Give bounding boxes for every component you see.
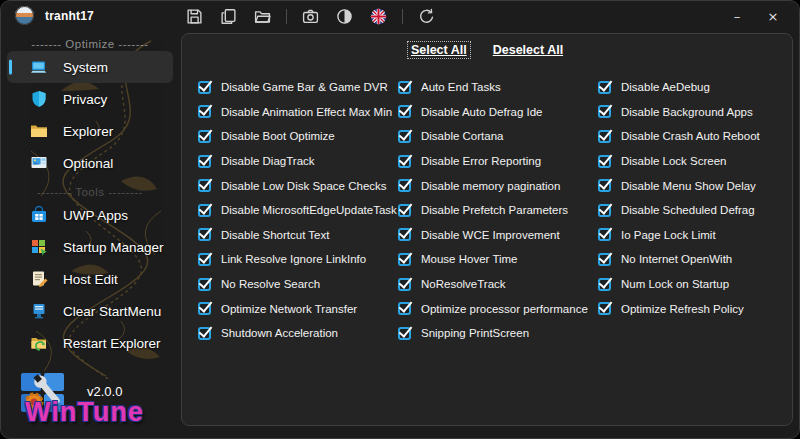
tweak-checkbox-item[interactable]: Disable Menu Show Delay: [598, 173, 798, 198]
tweak-checkbox-item[interactable]: Disable AeDebug: [598, 75, 798, 100]
checkbox-label: Disable Low Disk Space Checks: [221, 180, 387, 192]
checkbox-checked[interactable]: [198, 253, 211, 266]
deselect-all-link[interactable]: Deselect All: [490, 42, 566, 58]
checkbox-checked[interactable]: [398, 155, 411, 168]
checkbox-checked[interactable]: [198, 155, 211, 168]
tweak-checkbox-item[interactable]: Disable Animation Effect Max Min: [198, 100, 398, 125]
tweak-checkbox-item[interactable]: Snipping PrintScreen: [398, 321, 598, 346]
tweak-checkbox-item[interactable]: Disable Boot Optimize: [198, 124, 398, 149]
checkbox-checked[interactable]: [398, 130, 411, 143]
tweak-checkbox-item[interactable]: Mouse Hover Time: [398, 247, 598, 272]
sidebar-item-restart-explorer[interactable]: Restart Explorer: [7, 327, 173, 359]
checkbox-checked[interactable]: [598, 81, 611, 94]
checkbox-checked[interactable]: [398, 228, 411, 241]
checkbox-checked[interactable]: [598, 179, 611, 192]
checkbox-checked[interactable]: [598, 204, 611, 217]
checkbox-checked[interactable]: [598, 253, 611, 266]
checkbox-checked[interactable]: [598, 278, 611, 291]
sidebar-item-host-edit[interactable]: Host Edit: [7, 263, 173, 295]
checkbox-checked[interactable]: [398, 302, 411, 315]
theme-button[interactable]: [332, 4, 357, 28]
tweak-checkbox-item[interactable]: No Internet OpenWith: [598, 247, 798, 272]
checkbox-checked[interactable]: [398, 81, 411, 94]
select-all-link[interactable]: Select All: [408, 42, 470, 58]
tweak-checkbox-item[interactable]: Shutdown Acceleration: [198, 321, 398, 346]
tweak-checkbox-item[interactable]: NoResolveTrack: [398, 272, 598, 297]
checkbox-checked[interactable]: [598, 302, 611, 315]
tweak-checkbox-item[interactable]: No Resolve Search: [198, 272, 398, 297]
sidebar-item-startup-manager[interactable]: Startup Manager: [7, 231, 173, 263]
system-icon: [29, 57, 49, 77]
checkbox-label: Disable Scheduled Defrag: [621, 204, 755, 216]
tweak-checkbox-item[interactable]: Disable memory pagination: [398, 173, 598, 198]
sidebar-item-uwp-apps[interactable]: UWP Apps: [7, 199, 173, 231]
tweak-checkbox-item[interactable]: Disable Crash Auto Reboot: [598, 124, 798, 149]
sidebar-item-label: Privacy: [63, 92, 107, 107]
tweak-checkbox-item[interactable]: Io Page Lock Limit: [598, 223, 798, 248]
checkbox-label: Disable AeDebug: [621, 81, 710, 93]
checkbox-checked[interactable]: [198, 81, 211, 94]
checkbox-checked[interactable]: [398, 253, 411, 266]
minimize-button[interactable]: –: [723, 4, 751, 28]
tweak-checkbox-item[interactable]: Auto End Tasks: [398, 75, 598, 100]
checkbox-checked[interactable]: [598, 105, 611, 118]
checkbox-label: Snipping PrintScreen: [421, 327, 529, 339]
checkbox-checked[interactable]: [198, 302, 211, 315]
checkbox-checked[interactable]: [198, 327, 211, 340]
language-flag-button[interactable]: [366, 4, 391, 28]
tweak-checkbox-item[interactable]: Optimize Refresh Policy: [598, 296, 798, 321]
tweak-checkbox-item[interactable]: Disable Cortana: [398, 124, 598, 149]
tweak-checkbox-item[interactable]: Disable Auto Defrag Ide: [398, 100, 598, 125]
sidebar-nav: ------- Optimize -------SystemPrivacyExp…: [1, 37, 179, 359]
save-button[interactable]: [182, 4, 207, 28]
sidebar-section-separator: -------- Tools --------: [1, 185, 179, 199]
sidebar-item-privacy[interactable]: Privacy: [7, 83, 173, 115]
tweak-checkbox-item[interactable]: Disable Prefetch Parameters: [398, 198, 598, 223]
checkbox-checked[interactable]: [598, 228, 611, 241]
toolbar: [182, 3, 439, 29]
checkbox-checked[interactable]: [398, 105, 411, 118]
checkbox-checked[interactable]: [198, 204, 211, 217]
checkbox-checked[interactable]: [598, 155, 611, 168]
open-folder-button[interactable]: [250, 4, 275, 28]
tweak-checkbox-item[interactable]: Num Lock on Startup: [598, 272, 798, 297]
checkbox-checked[interactable]: [198, 105, 211, 118]
tweak-checkbox-item[interactable]: Disable Lock Screen: [598, 149, 798, 174]
user-account[interactable]: tranht17: [15, 6, 94, 25]
checkbox-checked[interactable]: [598, 130, 611, 143]
tweak-checkbox-item[interactable]: Optimize processor performance: [398, 296, 598, 321]
tweak-checkbox-item[interactable]: Disable Scheduled Defrag: [598, 198, 798, 223]
sidebar-item-explorer[interactable]: Explorer: [7, 115, 173, 147]
checkbox-label: Disable Crash Auto Reboot: [621, 130, 760, 142]
tweak-checkbox-item[interactable]: Disable Low Disk Space Checks: [198, 173, 398, 198]
sidebar-item-optional[interactable]: Optional: [7, 147, 173, 179]
sidebar-item-clear-startmenu[interactable]: Clear StartMenu: [7, 295, 173, 327]
tweak-checkbox-item[interactable]: Disable DiagTrack: [198, 149, 398, 174]
checkbox-checked[interactable]: [198, 228, 211, 241]
checkbox-checked[interactable]: [398, 278, 411, 291]
screenshot-button[interactable]: [298, 4, 323, 28]
checkbox-label: Disable Shortcut Text: [221, 229, 329, 241]
tweak-checkbox-item[interactable]: Optimize Network Transfer: [198, 296, 398, 321]
tweak-checkbox-item[interactable]: Disable WCE Improvement: [398, 223, 598, 248]
tweaks-panel: Select All Deselect All Disable Game Bar…: [181, 33, 793, 426]
checkbox-checked[interactable]: [198, 179, 211, 192]
privacy-icon: [29, 89, 49, 109]
copy-button[interactable]: [216, 4, 241, 28]
tweak-checkbox-item[interactable]: Disable Error Reporting: [398, 149, 598, 174]
checkbox-checked[interactable]: [398, 179, 411, 192]
tweak-checkbox-item[interactable]: Link Resolve Ignore LinkInfo: [198, 247, 398, 272]
checkbox-label: Disable memory pagination: [421, 180, 560, 192]
checkbox-checked[interactable]: [198, 278, 211, 291]
sidebar-item-system[interactable]: System: [7, 51, 173, 83]
checkbox-checked[interactable]: [398, 204, 411, 217]
checkbox-checked[interactable]: [198, 130, 211, 143]
tweak-checkbox-item[interactable]: Disable MicrosoftEdgeUpdateTask: [198, 198, 398, 223]
close-button[interactable]: ×: [759, 4, 787, 28]
checkbox-label: Optimize Refresh Policy: [621, 303, 744, 315]
checkbox-checked[interactable]: [398, 327, 411, 340]
tweak-checkbox-item[interactable]: Disable Shortcut Text: [198, 223, 398, 248]
refresh-button[interactable]: [414, 4, 439, 28]
tweak-checkbox-item[interactable]: Disable Background Apps: [598, 100, 798, 125]
tweak-checkbox-item[interactable]: Disable Game Bar & Game DVR: [198, 75, 398, 100]
